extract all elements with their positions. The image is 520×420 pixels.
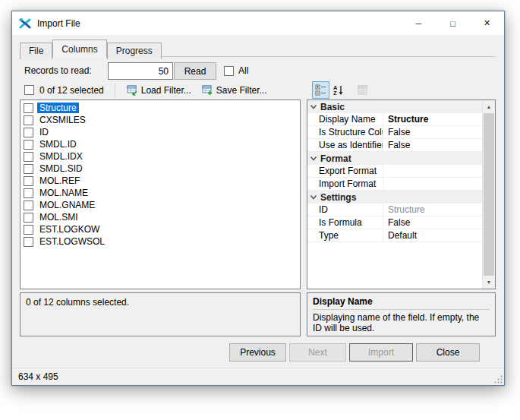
status-bar: 634 x 495	[12, 368, 504, 385]
property-pages-button[interactable]	[354, 81, 371, 99]
columns-list[interactable]: Structure CXSMILES ID SMDL.ID SMDL.IDX S…	[20, 99, 301, 289]
list-item-label: MOL.SMI	[37, 212, 80, 223]
category-label: Format	[320, 153, 351, 164]
records-to-read-input[interactable]	[108, 62, 173, 80]
property-row[interactable]: Type Default	[307, 229, 482, 242]
item-checkbox[interactable]	[24, 201, 33, 210]
item-checkbox[interactable]	[24, 176, 33, 186]
maximize-button[interactable]: □	[436, 11, 470, 35]
next-button[interactable]: Next	[289, 343, 346, 362]
tab-progress[interactable]: Progress	[107, 43, 162, 59]
filter-row: 0 of 12 selected Load Filter...	[24, 81, 298, 99]
property-pages-icon	[357, 84, 368, 96]
item-checkbox[interactable]	[24, 128, 33, 137]
columns-summary-label: 0 of 12 columns selected.	[26, 297, 129, 308]
property-name: Import Format	[307, 178, 383, 190]
item-checkbox[interactable]	[24, 188, 33, 198]
list-item-label: ID	[37, 127, 51, 137]
categorized-view-button[interactable]	[312, 81, 329, 99]
property-grid-toolbar: A Z	[312, 81, 371, 99]
close-button[interactable]: ✕	[470, 11, 504, 35]
minimize-button[interactable]: ─	[402, 11, 436, 35]
property-row[interactable]: Export Format	[307, 165, 482, 178]
svg-text:Z: Z	[333, 90, 337, 96]
property-value[interactable]: Structure	[383, 113, 482, 125]
scrollbar-thumb[interactable]	[484, 113, 494, 276]
list-item[interactable]: EST.LOGWSOL	[20, 235, 300, 248]
category-label: Settings	[320, 192, 356, 203]
collapse-icon	[310, 194, 317, 201]
item-checkbox[interactable]	[24, 140, 33, 150]
tab-file[interactable]: File	[20, 43, 52, 59]
maximize-icon: □	[450, 19, 455, 28]
property-name: Type	[307, 229, 383, 242]
property-name: Is Formula	[307, 216, 383, 229]
list-item-label: MOL.NAME	[37, 188, 90, 198]
list-item[interactable]: MOL.REF	[20, 175, 300, 187]
read-button[interactable]: Read	[174, 62, 216, 80]
property-value[interactable]: False	[383, 126, 482, 138]
list-item-label: CXSMILES	[37, 115, 88, 125]
select-all-columns-checkbox[interactable]	[24, 85, 34, 95]
close-dialog-button[interactable]: Close	[416, 343, 480, 362]
list-item[interactable]: MOL.NAME	[20, 187, 300, 199]
item-checkbox[interactable]	[24, 164, 33, 174]
property-row[interactable]: ID Structure	[307, 204, 482, 216]
alphabetical-sort-button[interactable]: A Z	[329, 81, 347, 99]
category-format[interactable]: Format	[307, 152, 482, 165]
tab-strip: FileColumnsProgress	[20, 39, 495, 57]
scroll-up-icon[interactable]: ▲	[483, 100, 495, 113]
save-filter-button[interactable]: Save Filter...	[197, 84, 273, 97]
import-file-dialog: Import File ─ □ ✕ FileColumnsProgress Re…	[11, 11, 505, 386]
list-item[interactable]: MOL.GNAME	[20, 199, 300, 211]
dialog-client-area: FileColumnsProgress Records to read: Rea…	[12, 35, 504, 385]
tab-columns[interactable]: Columns	[52, 39, 106, 58]
title-bar[interactable]: Import File ─ □ ✕	[12, 11, 504, 35]
categorized-view-icon	[315, 84, 326, 96]
list-item-label: MOL.REF	[37, 175, 82, 186]
property-row[interactable]: Import Format	[307, 178, 482, 191]
list-item-label: SMDL.SID	[37, 163, 85, 174]
category-label: Basic	[320, 102, 345, 112]
list-item[interactable]: EST.LOGKOW	[20, 223, 300, 235]
property-value[interactable]	[383, 178, 482, 190]
property-grid-body: Basic Display Name Structure Is Structur…	[307, 100, 482, 289]
import-button[interactable]: Import	[349, 343, 413, 362]
scroll-down-icon[interactable]: ▼	[483, 276, 495, 289]
all-checkbox[interactable]	[224, 66, 234, 76]
property-value: Structure	[383, 204, 482, 216]
category-settings[interactable]: Settings	[307, 191, 482, 204]
item-checkbox[interactable]	[24, 152, 33, 162]
collapse-icon	[310, 104, 317, 110]
item-checkbox[interactable]	[24, 237, 33, 247]
category-basic[interactable]: Basic	[307, 100, 482, 113]
property-help-panel: Display Name Displaying name of the fiel…	[307, 292, 496, 336]
property-row[interactable]: Is Structure Colu False	[307, 126, 482, 139]
list-item[interactable]: SMDL.IDX	[20, 150, 300, 163]
property-row[interactable]: Is Formula False	[307, 216, 482, 229]
scrollbar[interactable]: ▲ ▼	[482, 100, 495, 289]
list-item[interactable]: MOL.SMI	[20, 211, 300, 223]
list-item[interactable]: SMDL.SID	[20, 163, 300, 175]
close-icon: ✕	[484, 18, 490, 28]
list-item[interactable]: ID	[20, 126, 300, 138]
list-item-label: EST.LOGKOW	[37, 224, 102, 235]
item-checkbox[interactable]	[24, 103, 33, 113]
property-help-title: Display Name	[313, 296, 490, 310]
item-checkbox[interactable]	[24, 225, 33, 235]
item-checkbox[interactable]	[24, 115, 33, 125]
records-row: Records to read: Read All	[24, 62, 495, 80]
list-item[interactable]: SMDL.ID	[20, 138, 300, 150]
property-row[interactable]: Display Name Structure	[307, 113, 482, 126]
item-checkbox[interactable]	[24, 213, 33, 223]
resize-grip-icon[interactable]	[493, 374, 503, 384]
load-filter-button[interactable]: Load Filter...	[121, 84, 197, 97]
property-value[interactable]: False	[383, 139, 482, 151]
list-item[interactable]: Structure	[20, 102, 300, 114]
property-value[interactable]: Default	[383, 229, 482, 242]
previous-button[interactable]: Previous	[229, 343, 286, 362]
property-row[interactable]: Use as Identifier False	[307, 139, 482, 152]
list-item[interactable]: CXSMILES	[20, 114, 300, 126]
property-value[interactable]: False	[383, 216, 482, 229]
property-value[interactable]	[383, 165, 482, 177]
